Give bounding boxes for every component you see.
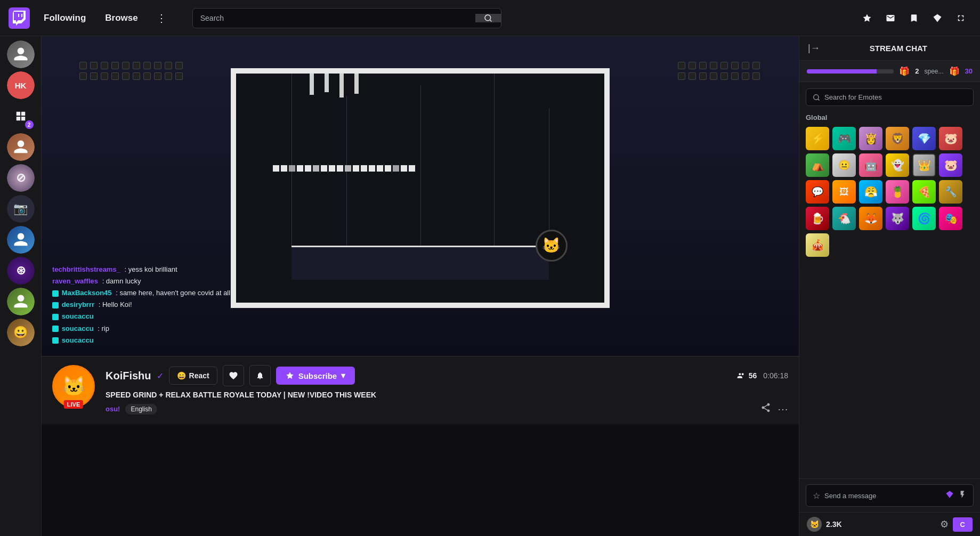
twitch-logo[interactable] [9, 7, 30, 29]
mail-icon-btn[interactable] [880, 7, 901, 29]
viewers-count: 🐱 2.3K [807, 517, 842, 532]
emote-10[interactable]: 👻 [886, 153, 909, 177]
nav-icons [856, 7, 971, 29]
top-navigation: Following Browse ⋮ [0, 0, 980, 36]
emote-search [806, 88, 974, 106]
sidebar-badge: 2 [25, 120, 34, 129]
bits-button[interactable] [945, 490, 954, 501]
emote-4[interactable]: 🦁 [886, 127, 909, 150]
emote-17[interactable]: 🍕 [912, 180, 936, 204]
subscribe-button[interactable]: Subscribe ▾ [276, 367, 355, 385]
emote-23[interactable]: 🌀 [912, 207, 936, 230]
chat-collapse-button[interactable]: |→ [808, 43, 820, 54]
chat-msg-1: techbrittishstreams_ : yess koi brillian… [52, 265, 230, 274]
react-button[interactable]: 😄 React [169, 367, 217, 385]
diamond-icon-btn[interactable] [927, 7, 948, 29]
sidebar-avatar-3[interactable] [7, 133, 35, 161]
viewer-count: 56 [749, 371, 757, 380]
emote-search-input[interactable] [824, 93, 967, 101]
sidebar-avatar-5[interactable]: 📷 [7, 195, 35, 223]
crown-icon [862, 13, 872, 23]
emote-16[interactable]: 🍍 [886, 180, 909, 204]
chat-badge-5 [52, 314, 59, 320]
stream-meta: KoiFishu ✓ 😄 React Subscribe [106, 365, 788, 416]
search-input[interactable] [193, 9, 475, 28]
emote-9[interactable]: 🤖 [859, 153, 882, 177]
emote-3[interactable]: 👸 [859, 127, 882, 150]
subscribe-mini-button[interactable]: C [953, 517, 973, 532]
language-tag[interactable]: English [125, 404, 157, 415]
bookmark-icon-btn[interactable] [903, 7, 925, 29]
sidebar-avatar-7[interactable]: ⊛ [7, 257, 35, 285]
gift-user-label: spee... [925, 68, 944, 75]
chat-input-area: ☆ [799, 478, 980, 512]
chat-msg-4: desirybrrr : Hello Koi! [52, 300, 230, 310]
emote-1[interactable]: ⚡ [806, 127, 829, 150]
video-player[interactable]: 🐱 techbrittishstreams_ : yess koi brilli… [42, 36, 799, 356]
verified-icon: ✓ [157, 371, 164, 381]
emote-13[interactable]: 💬 [806, 180, 829, 204]
chat-user-4: desirybrrr [62, 301, 94, 308]
chat-panel: |→ STREAM CHAT 🎁 2 spee... 🎁 30 Global ⚡ [799, 36, 980, 536]
emote-6[interactable]: 🐷 [939, 127, 962, 150]
center-content: 🐱 techbrittishstreams_ : yess koi brilli… [42, 36, 799, 536]
chat-text-3: : same here, haven't gone covid at all [116, 289, 230, 297]
emote-24[interactable]: 🎭 [939, 207, 962, 230]
emote-15[interactable]: 😤 [859, 180, 882, 204]
follow-button[interactable] [223, 365, 244, 386]
fullscreen-icon [956, 13, 966, 23]
stream-time: 0:06:18 [763, 371, 788, 380]
sidebar-avatar-6[interactable] [7, 226, 35, 254]
more-options-button[interactable]: ⋯ [777, 402, 788, 416]
sidebar-avatar-icon-1 [13, 46, 29, 62]
emote-picker-button[interactable] [958, 490, 967, 501]
chat-user-1: techbrittishstreams_ [52, 265, 120, 273]
gift-icon-2: 🎁 [949, 66, 960, 76]
emote-7[interactable]: ⛺ [806, 153, 829, 177]
emote-5[interactable]: 💎 [912, 127, 936, 150]
browse-nav[interactable]: Browse [100, 10, 143, 27]
chat-star-button[interactable]: ☆ [813, 491, 820, 501]
gift-bar: 🎁 2 spee... 🎁 30 [799, 61, 980, 82]
emote-8[interactable]: 😐 [832, 153, 856, 177]
notification-button[interactable] [249, 365, 271, 386]
sidebar-avatar-4[interactable]: ⊘ [7, 164, 35, 192]
emote-20[interactable]: 🐔 [832, 207, 856, 230]
viewers-icon [737, 371, 746, 380]
emote-14[interactable]: 🖼 [832, 180, 856, 204]
sidebar-avatar-9[interactable]: 😀 [7, 319, 35, 346]
emote-19[interactable]: 🍺 [806, 207, 829, 230]
pixel-snake [273, 165, 567, 172]
hanging-decor [310, 74, 359, 98]
fullscreen-icon-btn[interactable] [950, 7, 971, 29]
sidebar-avatar-1[interactable] [7, 40, 35, 68]
emote-grid: ⚡ 🎮 👸 🦁 💎 🐷 ⛺ 😐 🤖 👻 👑 🐷 💬 🖼 😤 🍍 🍕 🔧 🍺 [806, 127, 974, 257]
more-nav[interactable]: ⋮ [152, 9, 171, 28]
streamer-name[interactable]: KoiFishu [106, 370, 151, 382]
dot-grid-left [79, 62, 184, 124]
stream-action-icons: ⋯ [760, 402, 788, 416]
search-button[interactable] [475, 14, 501, 22]
stream-tags: osu! English ⋯ [106, 402, 788, 416]
twitch-logo-icon [12, 11, 27, 26]
chat-message-input[interactable] [824, 492, 941, 500]
emote-22[interactable]: 🐺 [886, 207, 909, 230]
share-button[interactable] [760, 402, 771, 416]
crown-icon-btn[interactable] [856, 7, 878, 29]
left-sidebar: HK 2 ⊘ 📷 ⊛ [0, 36, 42, 536]
chat-footer-right: ⚙ C [940, 517, 973, 532]
emote-2[interactable]: 🎮 [832, 127, 856, 150]
following-nav[interactable]: Following [38, 10, 91, 27]
bits-icon [945, 490, 954, 499]
sidebar-avatar-8[interactable] [7, 288, 35, 315]
emote-18[interactable]: 🔧 [939, 180, 962, 204]
emote-25[interactable]: 🎪 [806, 233, 829, 257]
sidebar-avatar-2[interactable]: HK [7, 71, 35, 99]
emote-12[interactable]: 🐷 [939, 153, 962, 177]
chat-settings-button[interactable]: ⚙ [940, 518, 949, 530]
gift-progress-fill [807, 69, 877, 74]
stream-title: SPEED GRIND + RELAX BATTLE ROYALE TODAY … [106, 391, 788, 399]
emote-11[interactable]: 👑 [912, 153, 936, 177]
game-tag[interactable]: osu! [106, 405, 120, 413]
emote-21[interactable]: 🦊 [859, 207, 882, 230]
